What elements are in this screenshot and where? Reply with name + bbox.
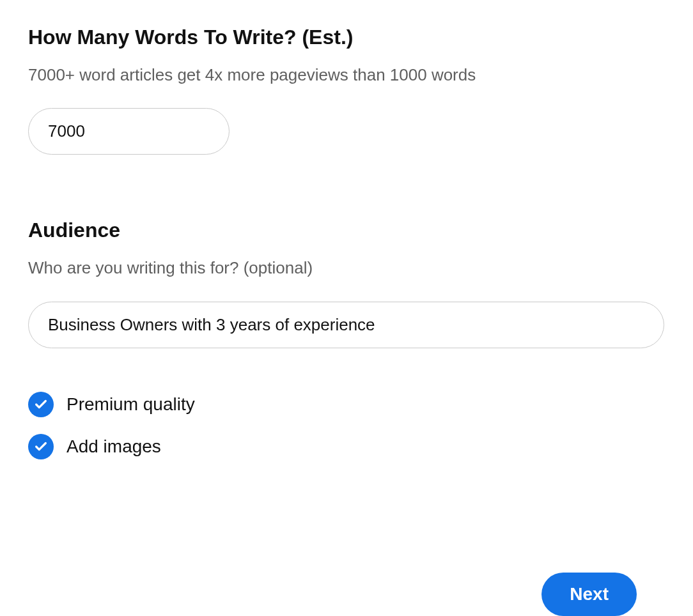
word-count-subtitle: 7000+ word articles get 4x more pageview… [28, 63, 665, 86]
check-circle-icon [28, 392, 54, 417]
check-circle-icon [28, 434, 54, 459]
next-button[interactable]: Next [541, 573, 637, 616]
add-images-checkbox[interactable]: Add images [28, 434, 665, 459]
premium-quality-label: Premium quality [66, 394, 195, 415]
word-count-title: How Many Words To Write? (Est.) [28, 26, 665, 49]
audience-title: Audience [28, 219, 665, 242]
premium-quality-checkbox[interactable]: Premium quality [28, 392, 665, 417]
audience-input[interactable] [28, 302, 664, 348]
word-count-input[interactable] [28, 108, 230, 155]
audience-subtitle: Who are you writing this for? (optional) [28, 256, 665, 279]
add-images-label: Add images [66, 436, 161, 457]
